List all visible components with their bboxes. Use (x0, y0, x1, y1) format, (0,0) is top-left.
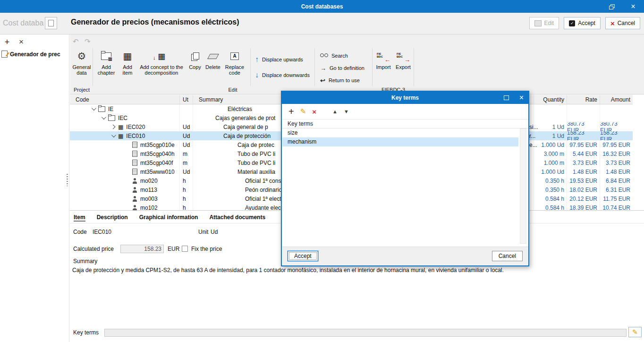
dialog-cancel-button[interactable]: Cancel (492, 251, 523, 261)
dialog-close-button[interactable]: × (519, 94, 524, 102)
amount-value: 380.73 EUR (600, 122, 633, 131)
key-terms-dialog: Key terms × + ✎ × ▲ ▼ Key terms sizemech… (281, 91, 529, 266)
key-terms-input[interactable] (104, 329, 627, 337)
arrow-up-icon: ↑ (255, 56, 259, 63)
replace-code-icon: A (230, 52, 239, 60)
titlebar[interactable]: Cost databases × (0, 0, 644, 13)
return-to-use-button[interactable]: ↩ Return to use (320, 75, 360, 86)
search-button[interactable]: Search (320, 50, 348, 61)
expand-icon[interactable] (111, 125, 116, 129)
dialog-scrollbar[interactable] (520, 128, 526, 244)
group-label-project: Project (70, 87, 93, 93)
sidebar-item-label: Generador de prec (10, 51, 60, 58)
amount-value: 10.74 EUR (600, 203, 633, 210)
toolbar-separator (93, 48, 93, 86)
add-database-icon[interactable]: + (3, 38, 11, 46)
add-concept-icon: ▦ (158, 52, 165, 60)
undo-icon[interactable]: ↶ (73, 37, 79, 46)
tab-description[interactable]: Description (97, 214, 128, 221)
accept-button[interactable]: ✓ Accept (564, 17, 601, 29)
splitter-handle[interactable] (67, 174, 68, 186)
toolbar-separator (372, 48, 373, 86)
rate-value: 97.95 EUR (567, 140, 600, 149)
summary-fragment: si... (529, 124, 538, 130)
column-header-rate[interactable]: Rate (567, 95, 600, 104)
key-terms-edit-button[interactable]: ✎ (628, 327, 642, 337)
add-key-term-icon[interactable]: + (288, 107, 294, 116)
dialog-maximize-button[interactable] (504, 95, 509, 100)
column-header-amount[interactable]: Amount (600, 95, 633, 104)
summary-label: Summary (73, 258, 97, 265)
summary-text: Peón ordinario (245, 187, 282, 193)
labour-icon (132, 178, 137, 184)
return-to-use-icon: ↩ (320, 77, 325, 84)
rate-value: 20.12 EUR (567, 194, 600, 203)
column-header-quantity[interactable]: Quantity (534, 95, 567, 104)
export-button[interactable]: FIEBDC→ Export (394, 48, 413, 82)
edit-button[interactable]: Edit (529, 17, 559, 29)
sidebar-item-generator[interactable]: Generador de prec (0, 48, 69, 60)
folder-icon (108, 115, 115, 121)
tab-attached-documents[interactable]: Attached documents (209, 214, 265, 221)
search-icon (320, 53, 328, 58)
fix-price-checkbox[interactable] (182, 246, 188, 252)
displace-upwards-button[interactable]: ↑ Displace upwards (255, 54, 303, 65)
fix-price-label: Fix the price (191, 246, 222, 252)
unit-cell: m (179, 149, 193, 158)
displace-downwards-button[interactable]: ↓ Displace downwards (255, 69, 310, 81)
collapse-icon[interactable] (111, 133, 116, 137)
unit-cell: h (179, 194, 193, 203)
remove-database-icon[interactable]: × (17, 38, 25, 46)
database-tab[interactable]: Cost databa (3, 17, 57, 30)
code-text: mo003 (140, 196, 158, 202)
detach-button[interactable] (45, 17, 57, 29)
column-header-ut[interactable]: Ut (179, 95, 193, 104)
row-code-cell: mt35cgp040f (70, 158, 179, 167)
unit-value: Ud (211, 229, 218, 235)
amount-value: 158.23 EUR (600, 131, 633, 140)
add-chapter-button[interactable]: Add chapter (95, 48, 117, 82)
cancel-x-icon: × (610, 20, 615, 26)
code-text: mo113 (140, 187, 157, 193)
general-data-button[interactable]: ⚙ General data (71, 48, 93, 82)
column-header-code[interactable]: Code (70, 95, 179, 104)
collapse-icon[interactable] (92, 106, 96, 111)
replace-code-button[interactable]: A Replace code (223, 48, 246, 82)
add-concept-button[interactable]: ▦ Add concept to the decomposition (138, 48, 185, 82)
import-button[interactable]: FIEBDC← Import (374, 48, 393, 82)
collapse-icon[interactable] (102, 115, 106, 120)
restore-icon (609, 4, 614, 9)
summary-text: Caja de protección (223, 133, 271, 139)
row-code-cell: IEC (70, 113, 179, 122)
delete-button[interactable]: Delete (204, 48, 222, 82)
code-text: IE (108, 106, 113, 112)
unit-cell (179, 113, 193, 122)
key-term-item[interactable]: mechanism (282, 137, 518, 146)
key-term-item[interactable]: size (282, 128, 518, 137)
close-button[interactable]: × (622, 0, 644, 13)
unit-cell: h (179, 185, 193, 194)
dialog-titlebar[interactable]: Key terms × (282, 92, 528, 104)
amount-value: 11.75 EUR (600, 194, 633, 203)
quantity-value: 0.584 h (534, 194, 567, 203)
copy-button[interactable]: Copy (187, 48, 203, 82)
row-code-cell: mo003 (70, 194, 179, 203)
edit-key-term-icon[interactable]: ✎ (300, 107, 306, 116)
quantity-value: 1.000 Ud (534, 140, 567, 149)
code-text: mt35cgp040f (140, 160, 173, 166)
go-to-definition-button[interactable]: → Go to definition (320, 62, 364, 74)
arrow-down-icon: ↓ (255, 71, 259, 79)
add-item-button[interactable]: ▦ Add item (118, 48, 137, 82)
move-up-icon[interactable]: ▲ (332, 109, 338, 114)
tab-graphical-information[interactable]: Graphical information (139, 214, 198, 221)
redo-icon[interactable]: ↷ (85, 37, 91, 46)
tab-item[interactable]: Item (74, 214, 85, 222)
dialog-accept-button[interactable]: Accept (288, 251, 318, 261)
row-code-cell: mt35www010 (70, 167, 179, 176)
row-code-cell: mo102 (70, 203, 179, 210)
header-bar: Cost databa Generador de precios (mecani… (0, 13, 644, 34)
restore-button[interactable] (601, 0, 622, 13)
move-down-icon[interactable]: ▼ (344, 109, 349, 114)
delete-key-term-icon[interactable]: × (312, 108, 316, 116)
cancel-button[interactable]: × Cancel (605, 17, 640, 29)
